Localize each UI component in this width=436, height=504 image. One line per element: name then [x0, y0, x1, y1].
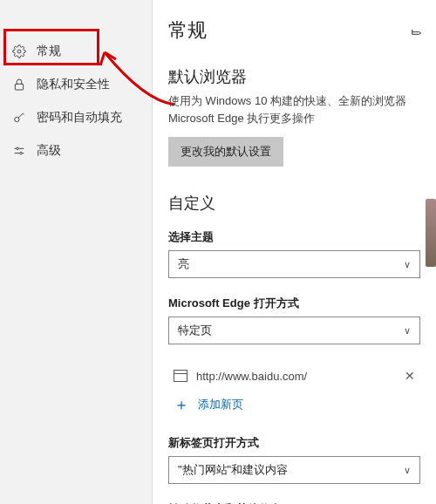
chevron-down-icon: ∨: [404, 259, 411, 270]
lock-icon: [12, 78, 26, 92]
remove-url-button[interactable]: ✕: [405, 369, 415, 383]
pin-icon[interactable]: [410, 26, 424, 44]
svg-point-0: [17, 50, 21, 53]
chevron-down-icon: ∨: [404, 465, 411, 476]
default-browser-heading: 默认浏览器: [168, 66, 420, 87]
theme-select[interactable]: 亮 ∨: [168, 250, 420, 278]
theme-label: 选择主题: [168, 229, 420, 245]
change-default-button[interactable]: 更改我的默认设置: [168, 137, 283, 167]
scrollbar[interactable]: [426, 199, 436, 267]
sidebar-item-advanced[interactable]: 高级: [0, 134, 152, 167]
customize-heading: 自定义: [168, 193, 420, 214]
sidebar-item-passwords[interactable]: 密码和自动填充: [0, 101, 152, 134]
startup-url-row: http://www.baidu.com/ ✕: [168, 362, 420, 390]
svg-point-5: [17, 147, 19, 150]
theme-value: 亮: [178, 256, 189, 272]
svg-point-6: [20, 152, 23, 154]
sidebar-item-label: 隐私和安全性: [37, 77, 110, 92]
startup-url-text[interactable]: http://www.baidu.com/: [196, 370, 396, 383]
open-with-select[interactable]: 特定页 ∨: [168, 317, 420, 344]
sidebar-item-privacy[interactable]: 隐私和安全性: [0, 68, 152, 101]
open-with-value: 特定页: [178, 323, 212, 338]
page-icon: [174, 370, 187, 382]
chevron-down-icon: ∨: [404, 325, 411, 337]
sidebar-item-label: 密码和自动填充: [37, 110, 122, 126]
svg-point-2: [15, 117, 19, 121]
newtab-value: "热门网站"和建议内容: [178, 462, 288, 478]
section-default-browser: 默认浏览器 使用为 Windows 10 构建的快速、全新的浏览器 Micros…: [168, 66, 420, 193]
sidebar-item-label: 常规: [37, 44, 61, 59]
svg-rect-1: [15, 84, 23, 90]
sidebar: 常规 隐私和安全性 密码和自动填充 高级: [0, 0, 153, 504]
newtab-label: 新标签页打开方式: [168, 435, 420, 451]
add-page-button[interactable]: ＋ 添加新页: [168, 390, 420, 419]
default-browser-desc: 使用为 Windows 10 构建的快速、全新的浏览器 Microsoft Ed…: [168, 92, 420, 126]
newtab-select[interactable]: "热门网站"和建议内容 ∨: [168, 456, 420, 484]
add-page-label: 添加新页: [198, 397, 243, 412]
section-customize: 自定义 选择主题 亮 ∨ Microsoft Edge 打开方式 特定页 ∨ h…: [168, 193, 420, 504]
open-with-label: Microsoft Edge 打开方式: [168, 296, 420, 311]
key-icon: [12, 111, 26, 125]
sidebar-item-general[interactable]: 常规: [0, 35, 152, 68]
plus-icon: ＋: [174, 397, 189, 412]
sidebar-item-label: 高级: [37, 143, 61, 159]
gear-icon: [12, 44, 26, 58]
sliders-icon: [12, 144, 26, 158]
page-title: 常规: [168, 17, 420, 44]
content-panel: 常规 默认浏览器 使用为 Windows 10 构建的快速、全新的浏览器 Mic…: [153, 0, 436, 504]
